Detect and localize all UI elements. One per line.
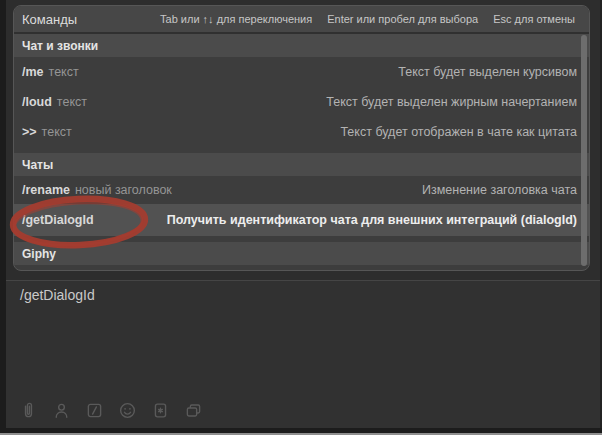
section-header: Чат и звонки [14,34,589,57]
palette-hint: Esc для отмены [493,13,575,25]
chat-window: Команды Tab или ↑↓ для переключенияEnter… [0,0,602,435]
command-argument: текст [42,125,72,139]
command-description: Получить идентификатор чата для внешних … [167,213,577,227]
command-argument: новый заголовок [75,183,172,197]
command-name: /me [22,65,44,79]
palette-hints: Tab или ↑↓ для переключенияEnter или про… [160,13,575,25]
command-name: >> [22,125,37,139]
command-item[interactable]: /renameновый заголовокИзменение заголовк… [14,176,589,204]
palette-header: Команды Tab или ↑↓ для переключенияEnter… [14,6,589,34]
paperclip-icon[interactable] [19,401,38,420]
person-icon[interactable] [52,401,71,420]
command-section: Чат и звонки/meтекстТекст будет выделен … [14,34,589,147]
composer-toolbar [19,401,203,420]
command-item[interactable]: /getDialogIdПолучить идентификатор чата … [14,204,589,236]
command-argument: текст [49,65,79,79]
palette-hint: Enter или пробел для выбора [327,13,478,25]
command-item[interactable]: >>текстТекст будет отображен в чате как … [14,117,589,147]
command-item[interactable]: /loudтекстТекст будет выделен жирным нач… [14,87,589,117]
slash-command-icon[interactable] [85,401,104,420]
palette-title: Команды [22,12,77,27]
command-palette: Команды Tab или ↑↓ для переключенияEnter… [13,5,590,271]
scrollbar-thumb[interactable] [581,35,587,266]
command-description: Текст будет отображен в чате как цитата [340,125,577,139]
composer-area[interactable]: /getDialogId [6,281,600,428]
command-description: Изменение заголовка чата [422,183,577,197]
section-header: Giphy [14,242,589,265]
command-list: Чат и звонки/meтекстТекст будет выделен … [14,34,589,265]
command-section: Чаты/renameновый заголовокИзменение заго… [14,153,589,236]
command-description: Текст будет выделен курсивом [398,65,577,79]
sticker-icon[interactable] [151,401,170,420]
command-argument: текст [57,95,87,109]
message-input[interactable]: /getDialogId [20,287,95,303]
command-name: /loud [22,95,52,109]
palette-hint: Tab или ↑↓ для переключения [160,13,312,25]
gallery-icon[interactable] [184,401,203,420]
command-name: /getDialogId [22,213,94,227]
section-header: Чаты [14,153,589,176]
command-section: Giphy [14,242,589,265]
command-item[interactable]: /meтекстТекст будет выделен курсивом [14,57,589,87]
emoji-smiley-icon[interactable] [118,401,137,420]
command-name: /rename [22,183,70,197]
command-description: Текст будет выделен жирным начертанием [326,95,577,109]
